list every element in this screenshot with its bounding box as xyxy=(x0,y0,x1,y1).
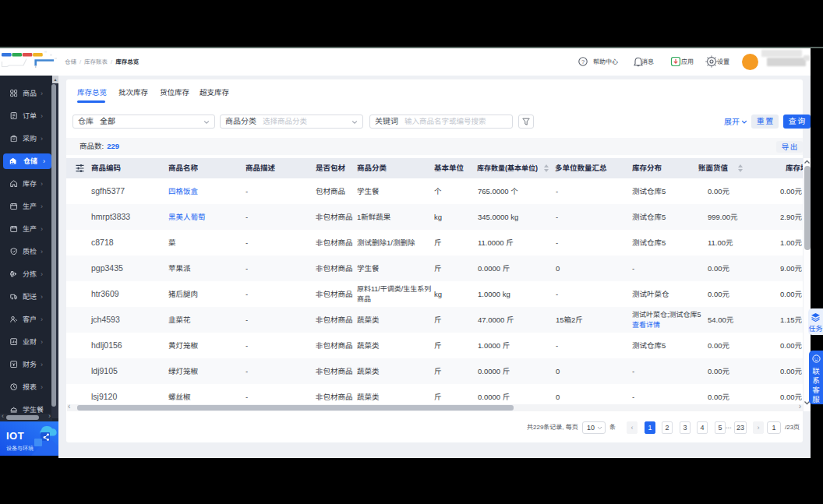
svg-text:?: ? xyxy=(581,58,585,65)
